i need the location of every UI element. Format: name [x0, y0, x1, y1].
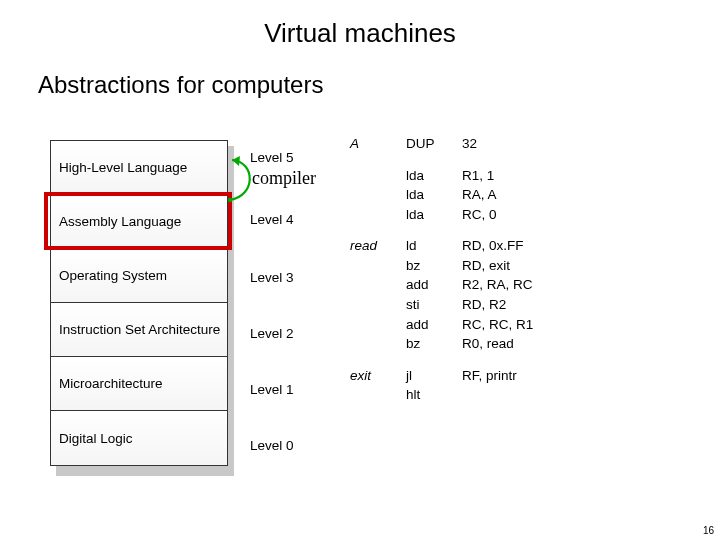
level-label-0: Level 0	[250, 438, 294, 453]
code-row: exit jl hlt RF, printr	[350, 366, 572, 417]
code-operands: RF, printr	[462, 366, 572, 417]
compiler-annotation: compiler	[252, 168, 316, 189]
code-row: lda lda lda R1, 1 RA, A RC, 0	[350, 166, 572, 237]
level-name: Instruction Set Architecture	[59, 322, 220, 337]
code-mnemonic: lda lda lda	[406, 166, 462, 237]
level-name: High-Level Language	[59, 160, 187, 175]
code-label	[350, 166, 406, 237]
level-name: Digital Logic	[59, 431, 133, 446]
level-box-isa: Instruction Set Architecture	[51, 303, 227, 357]
code-mnemonic: ld bz add sti add bz	[406, 236, 462, 365]
code-mnemonic: DUP	[406, 134, 462, 166]
assembly-listing: A DUP 32 lda lda lda R1, 1 RA, A RC, 0 r…	[350, 134, 572, 417]
level-label-4: Level 4	[250, 212, 294, 227]
level-box-uarch: Microarchitecture	[51, 357, 227, 411]
code-operands: RD, 0x.FF RD, exit R2, RA, RC RD, R2 RC,…	[462, 236, 572, 365]
level-label-1: Level 1	[250, 382, 294, 397]
diagram-area: High-Level Language Assembly Language Op…	[50, 140, 670, 500]
code-label: exit	[350, 366, 406, 417]
code-operands: R1, 1 RA, A RC, 0	[462, 166, 572, 237]
level-name: Microarchitecture	[59, 376, 163, 391]
code-mnemonic: jl hlt	[406, 366, 462, 417]
slide-subtitle: Abstractions for computers	[0, 49, 720, 99]
level-label-3: Level 3	[250, 270, 294, 285]
level-box-hll: High-Level Language	[51, 141, 227, 195]
level-label-2: Level 2	[250, 326, 294, 341]
code-row: A DUP 32	[350, 134, 572, 166]
level-box-asm: Assembly Language	[51, 195, 227, 249]
level-box-os: Operating System	[51, 249, 227, 303]
slide-title: Virtual machines	[0, 0, 720, 49]
level-name: Assembly Language	[59, 214, 181, 229]
levels-stack: High-Level Language Assembly Language Op…	[50, 140, 228, 466]
code-operands: 32	[462, 134, 572, 166]
code-label: read	[350, 236, 406, 365]
level-label-5: Level 5	[250, 150, 294, 165]
code-label: A	[350, 134, 406, 166]
page-number: 16	[703, 525, 714, 536]
code-row: read ld bz add sti add bz RD, 0x.FF RD, …	[350, 236, 572, 365]
level-box-digital: Digital Logic	[51, 411, 227, 465]
level-name: Operating System	[59, 268, 167, 283]
